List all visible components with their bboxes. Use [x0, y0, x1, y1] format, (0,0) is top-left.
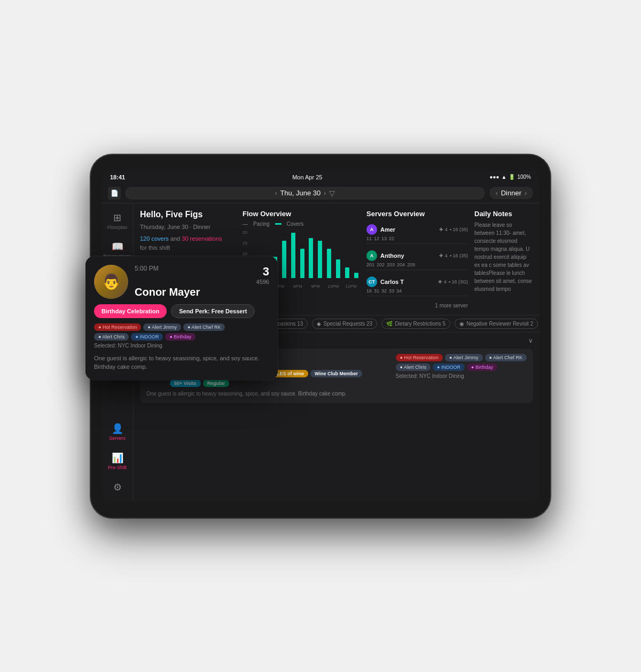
server-header-carlos: CT Carlos T ✚ 4 ▪ 16 (3G) [366, 276, 468, 287]
server-name-carlos: CT Carlos T [366, 276, 404, 287]
sidebar-item-floorplan[interactable]: ⊞ Floorplan [104, 208, 131, 235]
table-204: 204 [397, 262, 405, 267]
server-name-anthony: A Anthony [366, 250, 404, 261]
tag-regular: Regular [203, 380, 230, 387]
popup-time: 5:00 PM [135, 265, 159, 272]
date-control[interactable]: ‹ Thu, June 30 › ▽ [125, 187, 485, 200]
current-shift: Dinner [501, 189, 521, 197]
shift-prev-arrow[interactable]: ‹ [496, 189, 498, 197]
servers-panel: Servers Overview A Amer ✚ 4 ▪ [366, 210, 468, 309]
table-11: 11 [366, 236, 372, 241]
res-selection-alexis: Selected: NYC Indoor Dining [396, 373, 527, 379]
table-33: 33 [389, 288, 394, 294]
plus-icon-carlos: ✚ 4 [438, 279, 447, 284]
date-next-arrow[interactable]: › [324, 189, 326, 197]
alert-chris-alexis: ● Alert Chris [396, 363, 431, 371]
scene: 18:41 Mon Apr 25 ●●● ▲ 🔋 100% 📄 ‹ Thu, J… [53, 96, 588, 576]
server-row-carlos: CT Carlos T ✚ 4 ▪ 16 (3G) 16 [366, 274, 468, 296]
filter-dietary[interactable]: 🌿 Dietary Restrictions 5 [381, 319, 450, 329]
filter-requests[interactable]: ◆ Special Requests 23 [312, 319, 377, 329]
alert-chef-alexis: ● Alert Chef RK [485, 354, 527, 361]
popup-alert-chef: ● Alert Chef RK [183, 323, 225, 331]
popup-alert-tags-1: ● Hot Reservation ● Alert Jimmy ● Alert … [94, 323, 269, 331]
bar-col-7 [308, 238, 315, 278]
greeting-title: Hello, Five Figs [140, 210, 236, 219]
popup-count: 3 [256, 265, 269, 279]
popup-alert-indoor: ● INDOOR [131, 333, 163, 341]
bar-col-8 [316, 241, 324, 278]
requests-icon: ◆ [317, 321, 321, 327]
bar-col-10 [334, 259, 342, 278]
greeting-and: and [170, 235, 182, 242]
send-perk-button[interactable]: Send Perk: Free Dessert [171, 304, 255, 318]
bar-12 [354, 273, 358, 278]
shift-next-arrow[interactable]: › [525, 189, 527, 197]
stats-anthony: ✚ 4 ▪ 16 (35) [439, 253, 468, 258]
alert-hot-alexis: ● Hot Reservation [396, 354, 443, 361]
sidebar-item-preshift[interactable]: 📊 Pre-Shift [104, 448, 131, 475]
doc-icon[interactable]: 📄 [108, 187, 121, 200]
covers-dot [275, 223, 282, 225]
section-expand-icon[interactable]: ∨ [528, 337, 533, 344]
bar-col-11 [343, 267, 351, 278]
server-header-anthony: A Anthony ✚ 4 ▪ 16 (35) [366, 250, 468, 261]
table-203: 203 [387, 262, 395, 267]
filter-icon[interactable]: ▽ [329, 189, 335, 197]
popup-header: 👨 5:00 PM 3 4596 Conor Mayer [94, 265, 269, 299]
popup-count-block: 3 4596 [256, 265, 269, 285]
alert-jimmy-alexis: ● Alert Jimmy [445, 354, 482, 361]
bar-4 [282, 241, 286, 278]
sidebar-label-servers: Servers [109, 436, 126, 441]
popup-notes: One guest is allergic to heavy seasoning… [94, 354, 269, 371]
alert-indoor-alexis: ● INDOOR [433, 363, 465, 371]
sidebar-item-settings[interactable]: ⚙ [104, 477, 131, 497]
popup-avatar: 👨 [94, 265, 128, 299]
bar-col-6 [299, 249, 306, 278]
servers-title: Servers Overview [366, 210, 468, 218]
table-16: 16 [366, 288, 372, 294]
status-bar: 18:41 Mon Apr 25 ●●● ▲ 🔋 100% [101, 171, 540, 184]
name-carlos: Carlos T [380, 279, 404, 285]
server-header-amer: A Amer ✚ 4 ▪ 16 (35) [366, 224, 468, 235]
name-anthony: Anthony [380, 252, 404, 259]
avatar-amer: A [366, 224, 377, 235]
date-prev-arrow[interactable]: ‹ [275, 189, 277, 197]
reservations-icon: 📖 [112, 241, 123, 252]
table-31: 31 [374, 288, 379, 294]
sidebar-label-preshift: Pre-Shift [108, 465, 127, 471]
res-notes-alexis: One guest is allergic to heavy seasoning… [146, 390, 527, 398]
x-10pm: 10PM [324, 284, 342, 289]
bar-8 [318, 241, 322, 278]
birthday-celebration-button[interactable]: Birthday Celebration [94, 304, 167, 318]
plus-icon-amer: ✚ 4 [439, 227, 448, 232]
bar-9 [327, 249, 331, 278]
signal-icon: ●●● [489, 174, 499, 180]
popup-alert-jimmy: ● Alert Jimmy [143, 323, 181, 331]
server-row-anthony: A Anthony ✚ 4 ▪ 16 (35) 201 [366, 248, 468, 270]
alert-birthday-alexis: ● Birthday [467, 363, 497, 371]
greeting-desc: for this shift [140, 244, 170, 251]
popup-alert-hot: ● Hot Reservation [94, 323, 141, 331]
table-34: 34 [396, 288, 402, 294]
res-right-alexis: ● Hot Reservation ● Alert Jimmy ● Alert … [396, 354, 527, 379]
legend-covers: Covers [287, 221, 304, 227]
bar-5 [291, 233, 295, 278]
sidebar-item-servers[interactable]: 👤 Servers [104, 418, 131, 446]
status-time: 18:41 [110, 174, 125, 180]
y-label-10: 10 [243, 251, 247, 256]
bar-10 [336, 259, 340, 278]
popup-time-row: 5:00 PM 3 4596 [135, 265, 269, 285]
table-201: 201 [366, 262, 374, 267]
shift-control[interactable]: ‹ Dinner › [489, 187, 533, 199]
servers-icon: 👤 [112, 423, 123, 434]
tables-carlos: 16 31 32 33 34 [366, 288, 468, 294]
bar-7 [309, 238, 313, 278]
avatar-carlos: CT [366, 276, 377, 287]
stats-amer: ✚ 4 ▪ 16 (35) [439, 227, 468, 232]
popup-card: 👨 5:00 PM 3 4596 Conor Mayer Birthday Ce… [85, 256, 278, 380]
filter-reviewer[interactable]: ◉ Negative Reviewer Revisit 2 [455, 319, 538, 329]
bar-col-12 [353, 273, 360, 278]
reviewer-label: Negative Reviewer Revisit 2 [466, 321, 533, 327]
x-9pm: 9PM [307, 284, 324, 289]
preshift-icon: 📊 [112, 452, 123, 464]
